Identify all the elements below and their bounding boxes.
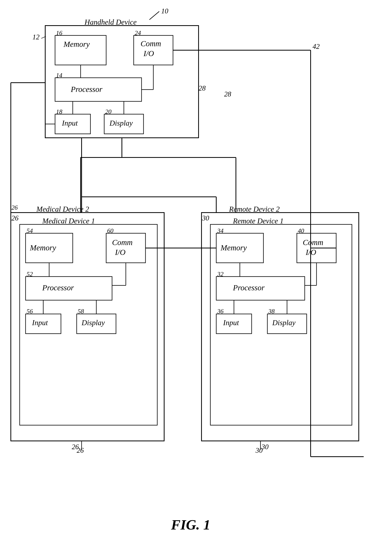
medical-commio-label1: Comm	[112, 238, 133, 247]
ref-30-bottom2: 30	[255, 447, 263, 454]
ref-38: 38	[268, 308, 275, 315]
medical-display-label: Display	[81, 318, 105, 327]
ref-52: 52	[27, 270, 33, 278]
ref-20: 20	[105, 108, 112, 115]
medical-processor-label: Processor	[42, 283, 74, 292]
remote-input-label: Input	[223, 318, 239, 327]
ref-10: 10	[161, 7, 168, 15]
remote-device2-label: Remote Device 2	[229, 205, 280, 213]
remote-display-label: Display	[272, 318, 295, 327]
ref-14: 14	[56, 72, 62, 79]
ref-54: 54	[27, 227, 33, 234]
ref-18: 18	[56, 108, 62, 115]
medical-commio-box	[106, 233, 146, 263]
ref-42: 42	[313, 43, 320, 50]
medical-input-label: Input	[32, 318, 48, 327]
ref-28: 28	[224, 90, 231, 98]
ref-26-bottom2: 26	[77, 447, 84, 454]
ref-12: 12	[32, 33, 40, 41]
handheld-memory-label: Memory	[63, 40, 90, 49]
handheld-processor-label: Processor	[70, 85, 102, 94]
ref-56: 56	[27, 308, 33, 315]
medical-commio-label2: I/O	[115, 248, 126, 257]
medical-device2-label: Medical Device 2	[36, 205, 89, 213]
ref-32: 32	[217, 270, 224, 278]
remote-commio-label2: I/O	[306, 248, 316, 257]
ref-60: 60	[107, 227, 113, 234]
handheld-display-label: Display	[109, 119, 133, 127]
ref-34: 34	[217, 227, 224, 234]
svg-line-0	[149, 11, 159, 20]
ref-16: 16	[56, 29, 62, 36]
remote-commio-label1: Comm	[303, 238, 323, 247]
medical-device1-label: Medical Device 1	[42, 217, 95, 225]
ref-40: 40	[298, 227, 304, 234]
ref-36: 36	[217, 308, 224, 315]
remote-memory-label: Memory	[220, 243, 247, 252]
handheld-device-label: Handheld Device	[84, 18, 137, 26]
ref-30-top: 30	[202, 214, 209, 222]
handheld-input-label: Input	[62, 119, 78, 127]
ref-26-top: 26	[11, 214, 19, 222]
remote-device1-label: Remote Device 1	[233, 217, 283, 225]
ref-58: 58	[78, 308, 84, 315]
diagram-container: Handheld Device 10 12 Memory 16 Comm I/O…	[0, 0, 392, 548]
fig-label: FIG. 1	[171, 517, 210, 533]
handheld-commio-label1: Comm	[140, 39, 161, 48]
medical-memory-label: Memory	[30, 243, 56, 252]
ref-28-label: 28	[199, 84, 206, 92]
handheld-commio-label2: I/O	[143, 49, 154, 58]
patent-diagram-svg: Handheld Device 10 12 Memory 16 Comm I/O…	[0, 0, 392, 548]
ref-26-wire: 26	[11, 204, 18, 211]
remote-processor-label: Processor	[233, 283, 265, 292]
ref-24: 24	[135, 29, 141, 36]
